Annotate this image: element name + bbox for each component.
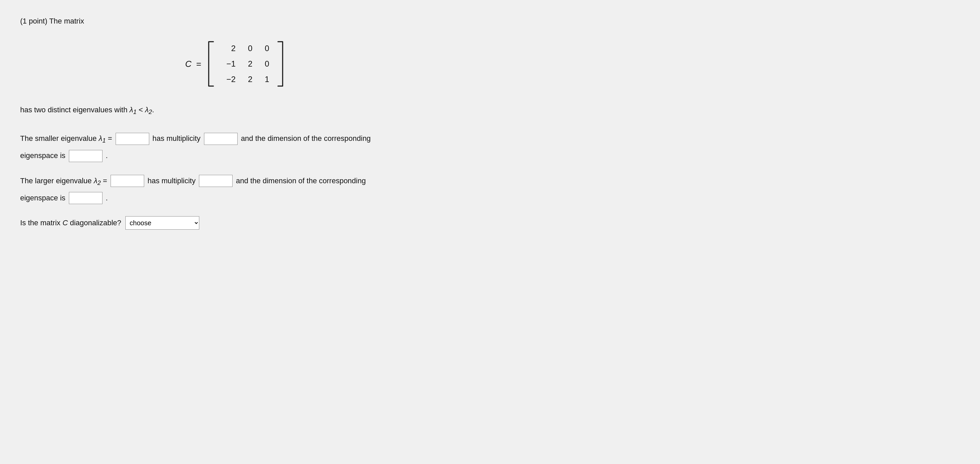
eigenvalues-statement: has two distinct eigenvalues with λ1 < λ… <box>20 105 450 116</box>
smaller-dimension-label: and the dimension of the corresponding <box>241 132 371 145</box>
smaller-eigenvalue-prefix: The smaller eigenvalue λ1 = <box>20 132 112 146</box>
larger-multiplicity-label: has multiplicity <box>148 174 196 188</box>
smaller-eigenvalue-block: The smaller eigenvalue λ1 = has multipli… <box>20 132 450 162</box>
bracket-left <box>206 39 215 89</box>
smaller-multiplicity-label: has multiplicity <box>153 132 200 145</box>
lambda2-symbol: λ2 <box>145 105 152 114</box>
matrix-label: C <box>185 59 192 69</box>
smaller-dot: . <box>106 151 108 160</box>
larger-eigenspace-row: eigenspace is . <box>20 192 450 204</box>
matrix-container: C = 2 0 0 −1 2 0 <box>20 39 450 89</box>
matrix-cell-1-2: 0 <box>256 59 272 69</box>
matrix-cell-1-1: 2 <box>239 59 256 69</box>
matrix-cell-2-1: 2 <box>239 75 256 84</box>
diagonalizable-select[interactable]: choose Yes No <box>126 216 199 230</box>
matrix-cell-2-2: 1 <box>256 75 272 84</box>
smaller-eigenvalue-row: The smaller eigenvalue λ1 = has multipli… <box>20 132 450 146</box>
diagonalizable-row: Is the matrix C diagonalizable? choose Y… <box>20 216 450 230</box>
smaller-multiplicity-input[interactable] <box>204 133 238 145</box>
matrix-cell-0-2: 0 <box>256 44 272 53</box>
equals-sign: = <box>196 59 201 69</box>
larger-dot: . <box>106 194 108 203</box>
matrix-grid: 2 0 0 −1 2 0 −2 2 1 <box>215 39 276 89</box>
matrix-equation: C = 2 0 0 −1 2 0 <box>185 39 285 89</box>
bracket-right <box>276 39 285 89</box>
matrix-cell-0-0: 2 <box>219 44 239 53</box>
larger-eigenvalue-input[interactable] <box>111 175 144 187</box>
smaller-eigenspace-input[interactable] <box>69 150 102 162</box>
matrix-cell-2-0: −2 <box>219 75 239 84</box>
larger-eigenspace-label: eigenspace is <box>20 194 65 203</box>
larger-eigenvalue-prefix: The larger eigenvalue λ2 = <box>20 174 107 189</box>
larger-eigenvalue-block: The larger eigenvalue λ2 = has multiplic… <box>20 174 450 204</box>
smaller-eigenspace-label: eigenspace is <box>20 151 65 160</box>
larger-eigenvalue-row: The larger eigenvalue λ2 = has multiplic… <box>20 174 450 189</box>
page-container: (1 point) The matrix C = 2 0 0 <box>0 0 471 257</box>
question-header: (1 point) The matrix <box>20 17 450 26</box>
matrix-bracket-wrap: 2 0 0 −1 2 0 −2 2 1 <box>206 39 285 89</box>
smaller-eigenspace-row: eigenspace is . <box>20 150 450 162</box>
larger-multiplicity-input[interactable] <box>199 175 232 187</box>
matrix-cell-1-0: −1 <box>219 59 239 69</box>
smaller-eigenvalue-input[interactable] <box>116 133 149 145</box>
matrix-cell-0-1: 0 <box>239 44 256 53</box>
larger-eigenspace-input[interactable] <box>69 192 102 204</box>
larger-dimension-label: and the dimension of the corresponding <box>236 174 366 188</box>
lambda1-symbol: λ1 <box>129 105 137 114</box>
diagonalizable-question-text: Is the matrix C diagonalizable? <box>20 218 121 227</box>
question-header-text: (1 point) The matrix <box>20 17 84 25</box>
